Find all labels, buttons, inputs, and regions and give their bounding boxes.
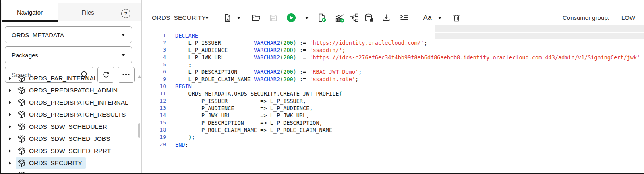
code-line[interactable]: L_P_ROLE_CLAIM_NAME VARCHAR2(200) := 'ss… — [175, 75, 358, 83]
margin-shade-border — [435, 32, 644, 32]
line-number: 1 — [142, 32, 166, 39]
margin-shade — [435, 33, 644, 39]
download-icon — [381, 13, 391, 23]
explain-plan-icon — [349, 13, 359, 23]
worksheet-dropdown-button[interactable] — [204, 13, 210, 23]
package-icon — [17, 171, 26, 174]
expand-arrow-icon[interactable] — [9, 89, 11, 92]
consumer-group-value[interactable]: LOW — [621, 14, 635, 21]
tree-item-label: ORDS_SECURITY — [29, 159, 82, 167]
line-number: 20 — [142, 141, 166, 148]
expand-arrow-icon[interactable] — [9, 161, 11, 165]
line-number: 5 — [142, 61, 166, 68]
tree-item[interactable]: ORDS_SDW_SCHED_JOBS — [1, 133, 137, 145]
line-number: 19 — [142, 134, 166, 141]
tree-item-label: ORDS_PREDISPATCH_RESULTS — [29, 111, 126, 118]
tree-scrollbar[interactable] — [138, 123, 140, 138]
tree-item-label: ORDS_PREDISPATCH_ADMIN — [29, 87, 118, 94]
line-number: 15 — [142, 119, 166, 126]
new-file-icon — [223, 13, 232, 23]
code-line[interactable]: END; — [175, 141, 188, 148]
font-size-icon: Aa — [423, 14, 432, 22]
margin-shade — [435, 25, 644, 32]
consumer-group-label: Consumer group: — [563, 14, 609, 21]
code-line[interactable]: ORDS_METADATA.ORDS_SECURITY.CREATE_JWT_P… — [175, 90, 342, 97]
line-number: 2 — [142, 39, 166, 46]
tree-item-label: ORDS_PREDISPATCH_INTERNAL — [29, 99, 128, 106]
code-line[interactable]: P_AUDIENCE => L_P_AUDIENCE, — [175, 105, 313, 112]
expand-arrow-icon[interactable] — [9, 137, 11, 140]
indent-guide — [173, 39, 173, 141]
tree-item-label: ORDS_SECURITY_ADMIN — [29, 172, 106, 174]
code-line[interactable]: DECLARE — [175, 32, 198, 39]
save-button[interactable] — [268, 13, 279, 23]
new-file-dropdown-button[interactable] — [236, 13, 242, 23]
tree-item[interactable]: ORDS_PREDISPATCH_RESULTS — [1, 109, 137, 121]
code-line[interactable]: L_P_JWK_URL VARCHAR2(200) := 'https://id… — [175, 54, 640, 61]
package-icon — [17, 99, 26, 107]
package-icon — [17, 86, 26, 95]
tree-item[interactable]: ORDS_SECURITY_ADMIN — [1, 169, 137, 174]
package-icon — [17, 123, 26, 131]
autotrace-icon — [335, 13, 345, 23]
expand-arrow-icon[interactable] — [9, 149, 11, 153]
tree-item-label: ORDS_SDW_SCHEDULER — [29, 123, 107, 130]
expand-arrow-icon[interactable] — [9, 125, 11, 128]
tree-item[interactable]: ORDS_SECURITY — [1, 157, 137, 169]
tree-item[interactable]: ORDS_SDW_SCHED_RPRT — [1, 145, 137, 157]
code-line[interactable]: P_ISSUER => L_P_ISSUER, — [175, 97, 306, 105]
tree-item[interactable]: ORDS_PREDISPATCH_INTERNAL — [1, 96, 137, 109]
code-line[interactable]: ); — [175, 134, 195, 141]
tree-item[interactable]: ORDS_PAR_INTERNAL — [1, 72, 137, 84]
line-number: 6 — [142, 68, 166, 75]
tree-item-label: ORDS_SDW_SCHED_RPRT — [29, 147, 111, 155]
run-dropdown-button[interactable] — [304, 13, 310, 23]
package-icon — [17, 159, 26, 168]
line-number: 4 — [142, 54, 166, 61]
expand-arrow-icon[interactable] — [9, 101, 11, 104]
chevron-down-icon — [237, 17, 241, 19]
code-line[interactable]: L_P_DESCRIPTION VARCHAR2(200) := 'RBAC J… — [175, 68, 362, 75]
format-code-icon — [399, 13, 409, 23]
code-line[interactable]: P_DESCRIPTION => L_P_DESCRIPTION, — [175, 119, 323, 126]
package-icon — [17, 135, 26, 143]
download-button[interactable] — [381, 13, 391, 23]
explain-plan-button[interactable] — [349, 13, 359, 23]
font-size-button[interactable]: Aa — [421, 13, 433, 23]
code-editor[interactable]: 1234569101112131415181920 DECLARE L_P_IS… — [142, 25, 644, 174]
run-button[interactable] — [286, 13, 296, 23]
line-number: 18 — [142, 126, 166, 134]
package-icon — [17, 74, 26, 83]
chevron-down-icon — [438, 17, 442, 19]
run-script-icon — [317, 13, 327, 23]
run-icon — [286, 13, 296, 23]
package-icon — [17, 147, 26, 155]
open-file-icon — [251, 13, 261, 23]
code-line[interactable]: ; — [175, 61, 192, 68]
save-icon — [269, 13, 278, 22]
code-line[interactable]: P_ROLE_CLAIM_NAME => L_P_ROLE_CLAIM_NAME — [175, 126, 332, 134]
code-line[interactable]: BEGIN — [175, 83, 192, 90]
run-script-button[interactable] — [317, 13, 327, 23]
font-size-dropdown-button[interactable] — [437, 13, 443, 23]
format-code-button[interactable] — [399, 13, 409, 23]
code-line[interactable]: L_P_ISSUER VARCHAR2(200) := 'https://ide… — [175, 39, 427, 46]
tree-item-label: ORDS_PAR_INTERNAL — [29, 75, 97, 82]
line-number: 3 — [142, 46, 166, 54]
package-tree: ORDS_PAR_INTERNAL ORDS_PREDISPATCH_ADMIN — [1, 0, 141, 174]
line-number: 10 — [142, 83, 166, 90]
chevron-down-icon — [305, 17, 309, 19]
database-stats-button[interactable] — [364, 13, 374, 23]
tree-item[interactable]: ORDS_PREDISPATCH_ADMIN — [1, 84, 137, 96]
tree-item[interactable]: ORDS_SDW_SCHEDULER — [1, 121, 137, 133]
autotrace-button[interactable] — [334, 13, 345, 23]
code-line[interactable]: P_JWK_URL => L_P_JWK_URL, — [175, 112, 309, 119]
expand-arrow-icon[interactable] — [9, 77, 11, 80]
tree-item-label: ORDS_SDW_SCHED_JOBS — [29, 135, 110, 143]
code-line[interactable]: L_P_AUDIENCE VARCHAR2(200) := 'ssaddin/'… — [175, 46, 346, 54]
expand-arrow-icon[interactable] — [9, 113, 11, 116]
clear-worksheet-button[interactable] — [451, 13, 462, 23]
line-number: 12 — [142, 97, 166, 105]
open-file-button[interactable] — [251, 13, 261, 23]
new-file-button[interactable] — [222, 13, 232, 23]
